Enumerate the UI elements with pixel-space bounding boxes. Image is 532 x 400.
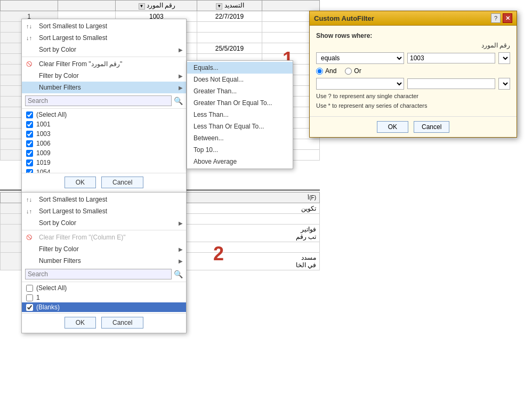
filter-dropdown-btn-2[interactable]: ▼ [216, 3, 222, 10]
checkbox-1001-label: 1001 [36, 121, 51, 128]
dialog-and-radio[interactable] [316, 68, 323, 75]
col-b-header[interactable]: رقم المورد ▼ [116, 1, 197, 11]
clear-filter-label: Clear Filter From "رقم المورد" [39, 60, 122, 68]
filter-color-arrow: ▶ [179, 73, 183, 79]
filter-dropdown-menu-2: ↑↓ Sort Smallest to Largest ↓↑ Sort Larg… [21, 192, 187, 333]
search-container: 🔍 [22, 93, 186, 109]
submenu-greater-equal[interactable]: Greater Than Or Equal To... [187, 97, 293, 109]
checkbox-1009-input[interactable] [26, 150, 33, 157]
submenu-top10[interactable]: Top 10... [187, 144, 293, 156]
dialog-and-label[interactable]: And [316, 67, 336, 75]
submenu-greater-equal-label: Greater Than Or Equal To... [194, 99, 272, 107]
checkbox-select-all-2-input[interactable] [26, 285, 33, 292]
checkbox-1054[interactable]: 1054 [22, 167, 186, 173]
checkbox-1019-input[interactable] [26, 159, 33, 166]
dialog-body: Show rows where: رقم المورد equals does … [310, 26, 517, 116]
dialog-hint2: Use * to represent any series of charact… [316, 102, 510, 109]
checkbox-blanks-2[interactable]: (Blanks) [22, 302, 186, 312]
divider-1 [22, 57, 186, 57]
sort-color-arrow: ▶ [179, 47, 183, 53]
sort-color-item-2[interactable]: Sort by Color ▶ [22, 217, 186, 229]
submenu-greater-than[interactable]: Greater Than... [187, 85, 293, 97]
dialog-close-btn[interactable]: ✕ [503, 13, 512, 23]
checkbox-1054-label: 1054 [36, 169, 51, 173]
submenu-above-avg[interactable]: Above Average [187, 156, 293, 167]
submenu-less-than[interactable]: Less Than... [187, 109, 293, 121]
search-icon[interactable]: 🔍 [174, 97, 183, 105]
dialog-row-1: equals does not equal greater than less … [316, 52, 510, 64]
clear-filter-item-2[interactable]: 🚫 Clear Filter From "(Column E)" [22, 231, 186, 243]
sort-color-item[interactable]: Sort by Color ▶ [22, 44, 186, 55]
checkbox-1003[interactable]: 1003 [22, 129, 186, 139]
search-icon-2[interactable]: 🔍 [174, 270, 183, 278]
dropdown-cancel-btn-2[interactable]: Cancel [101, 317, 143, 329]
search-input-2[interactable] [25, 269, 172, 279]
checkbox-select-all-input[interactable] [26, 111, 33, 118]
checkbox-1009[interactable]: 1009 [22, 148, 186, 158]
sort-desc-icon-2: ↓↑ [26, 208, 36, 214]
submenu-less-equal[interactable]: Less Than Or Equal To... [187, 121, 293, 132]
search-input[interactable] [25, 95, 172, 106]
sort-desc-item-2[interactable]: ↓↑ Sort Largest to Smallest [22, 205, 186, 217]
number-filters-item[interactable]: Number Filters ▶ [22, 82, 186, 93]
dialog-ok-btn[interactable]: OK [377, 121, 408, 133]
sort-desc-icon: ↓↑ [26, 35, 36, 41]
clear-filter-item[interactable]: 🚫 Clear Filter From "رقم المورد" [22, 58, 186, 70]
checkbox-1001-input[interactable] [26, 121, 33, 128]
checkbox-1019-label: 1019 [36, 159, 51, 166]
sort-asc-icon: ↑↓ [26, 23, 36, 29]
dropdown-btn-row-1: OK Cancel [22, 173, 186, 191]
sort-asc-item-2[interactable]: ↑↓ Sort Smallest to Largest [22, 194, 186, 205]
dialog-help-btn[interactable]: ? [491, 13, 501, 23]
sort-asc-icon-2: ↑↓ [26, 196, 36, 203]
col-c-header[interactable]: التسديد ▼ [197, 1, 262, 11]
checkbox-1003-input[interactable] [26, 131, 33, 138]
checkbox-1054-input[interactable] [26, 169, 33, 173]
filter-dropdown-btn-1[interactable]: ▼ [139, 3, 145, 10]
checkbox-blanks-2-label: (Blanks) [36, 303, 60, 311]
sort-asc-label-2: Sort Smallest to Largest [39, 196, 107, 203]
divider-2 [22, 230, 186, 230]
checkbox-1001[interactable]: 1001 [22, 119, 186, 129]
row-num-header [1, 1, 58, 11]
dialog-value1-dropdown[interactable] [498, 52, 510, 64]
filter-color-item[interactable]: Filter by Color ▶ [22, 70, 186, 82]
checkbox-blanks-2-input[interactable] [26, 304, 33, 311]
dialog-or-radio[interactable] [345, 68, 352, 75]
submenu-between[interactable]: Between... [187, 132, 293, 144]
submenu-above-avg-label: Above Average [194, 158, 237, 165]
dialog-or-label[interactable]: Or [345, 67, 361, 75]
dropdown-ok-btn-2[interactable]: OK [65, 317, 96, 329]
checkbox-1009-label: 1009 [36, 149, 51, 157]
checkbox-select-all-label: (Select All) [36, 111, 67, 118]
filter-color-item-2[interactable]: Filter by Color ▶ [22, 243, 186, 255]
checkbox-1-2[interactable]: 1 [22, 293, 186, 302]
checkbox-1006[interactable]: 1006 [22, 139, 186, 148]
dialog-value1-input[interactable] [407, 53, 495, 63]
dropdown-ok-btn-1[interactable]: OK [65, 177, 96, 188]
checkbox-1-2-label: 1 [36, 294, 40, 301]
submenu-equals[interactable]: Equals... [187, 62, 293, 74]
clear-filter-icon-2: 🚫 [26, 235, 36, 240]
checkbox-1006-input[interactable] [26, 140, 33, 147]
custom-autofilter-dialog: Custom AutoFilter ? ✕ Show rows where: ر… [309, 11, 517, 138]
dropdown-cancel-btn-1[interactable]: Cancel [101, 177, 143, 188]
dialog-footer: OK Cancel [310, 116, 517, 137]
sort-desc-item[interactable]: ↓↑ Sort Largest to Smallest [22, 32, 186, 44]
checkbox-1019[interactable]: 1019 [22, 158, 186, 167]
dialog-operator1-select[interactable]: equals does not equal greater than less … [316, 52, 404, 64]
dialog-cancel-btn[interactable]: Cancel [414, 121, 449, 133]
sort-desc-label-2: Sort Largest to Smallest [39, 207, 107, 215]
sort-color-label: Sort by Color [39, 46, 76, 53]
submenu-not-equal[interactable]: Does Not Equal... [187, 74, 293, 85]
dialog-value2-input[interactable] [407, 78, 495, 89]
checkbox-1-2-input[interactable] [26, 294, 33, 301]
number-filters-item-2[interactable]: Number Filters ▶ [22, 255, 186, 267]
sort-asc-item[interactable]: ↑↓ Sort Smallest to Largest [22, 20, 186, 32]
checkbox-select-all-2[interactable]: (Select All) [22, 283, 186, 293]
dialog-value2-dropdown[interactable] [498, 78, 510, 90]
dialog-operator2-select[interactable] [316, 78, 404, 90]
clear-filter-label-2: Clear Filter From "(Column E)" [39, 234, 126, 241]
checkbox-select-all[interactable]: (Select All) [22, 110, 186, 119]
search-container-2: 🔍 [22, 267, 186, 282]
